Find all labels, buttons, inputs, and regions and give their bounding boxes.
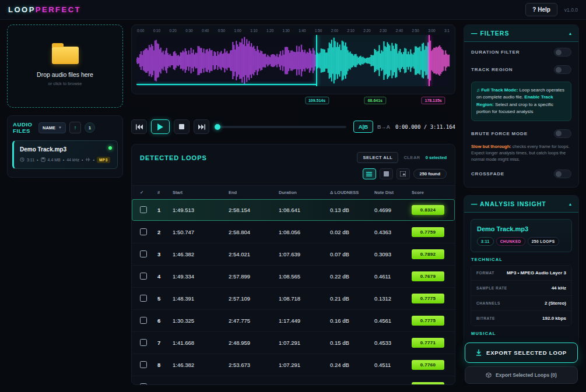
row-duration: 1:08.565 [279,273,330,280]
column-header[interactable]: Start [173,190,229,195]
row-checkbox[interactable] [140,228,147,235]
row-end: 2:54.021 [229,251,279,257]
column-header[interactable]: Δ LOUDNESS [330,190,374,195]
clear-button[interactable]: CLEAR [403,155,420,160]
row-checkbox[interactable] [140,250,147,257]
crossfade-toggle[interactable] [554,169,571,178]
column-header[interactable]: Duration [279,190,330,195]
loop-row[interactable]: 31:46.3822:54.0211:07.6390.07 dB0.30930.… [132,243,455,266]
row-notedist: 0.3093 [374,251,412,257]
stop-button[interactable] [174,119,190,134]
duration-filter-toggle[interactable] [554,48,571,56]
loop-row[interactable]: 71:41.6682:48.9591:07.2910.15 dB0.45330.… [132,332,455,354]
column-header[interactable]: Score [412,190,447,195]
row-duration: 1:07.639 [279,251,330,257]
loop-row[interactable]: 11:49.5132:58.1541:08.6410.13 dB0.46990.… [132,199,455,221]
list-view-button[interactable] [363,168,376,179]
detected-loops-panel: DETECTED LOOPS SELECT ALL CLEAR 0 select… [131,144,455,385]
export-selected-loop-button[interactable]: EXPORT SELECTED LOOP [465,342,578,363]
ba-mode-toggle[interactable]: B→A [377,124,390,130]
loop-start-line[interactable] [316,35,317,86]
list-view-icon [366,172,372,176]
row-start: 1:30.325 [173,317,229,324]
ruler-tick-label: 0:40 [202,29,209,33]
row-checkbox[interactable] [140,295,147,302]
ruler-tick-label: 1:20 [266,29,273,33]
row-checkbox[interactable] [140,206,147,213]
row-number: 7 [157,340,173,346]
row-notedist: 0.4498 [374,384,412,384]
loop-row[interactable]: 81:46.3822:53.6731:07.2910.24 dB0.45110.… [132,354,455,376]
row-checkbox[interactable] [140,383,147,385]
file-size: 4.4 MB [48,158,61,162]
ruler-tick-label: 0:50 [218,29,225,33]
technical-row: BITRATE192.0 kbps [471,311,571,326]
row-loudness: 0.22 dB [330,273,374,280]
loop-row[interactable]: 61:30.3252:47.7751:17.4490.16 dB0.45610.… [132,310,455,332]
sort-select-value: NAME [43,125,55,130]
skip-forward-button[interactable] [194,119,209,134]
track-region-toggle[interactable] [554,65,571,74]
ruler-tick-label: 2:40 [396,29,403,33]
technical-key: FORMAT [476,271,494,275]
help-button[interactable]: ? Help [525,3,557,16]
row-checkbox[interactable] [140,317,147,324]
row-score-badge: 0.7775 [412,316,444,326]
export-selected-loops-button[interactable]: Export Selected Loops (0) [465,366,578,384]
collapse-caret-icon[interactable]: ▴ [569,202,571,207]
analysis-insight-header[interactable]: — ANALYSIS INSIGHT ▴ [464,196,578,213]
loops-tbody: 11:49.5132:58.1541:08.6410.13 dB0.46990.… [132,199,455,384]
insight-badge: 3:11 [477,237,494,246]
left-column: Drop audio files here or click to browse… [7,24,123,385]
play-button[interactable] [151,119,170,134]
loop-row[interactable]: 41:49.3342:57.8991:08.5650.22 dB0.46110.… [132,266,455,288]
time-display: 0:00.000 / 3:11.164 [395,124,455,130]
loop-row[interactable]: 21:50.7472:58.8041:08.0560.02 dB0.43630.… [132,221,455,243]
logo-part-1: LOOP [8,5,36,14]
loop-row[interactable]: 91:44.2152:51.5061:07.2910.18 dB0.44980.… [132,376,455,384]
file-dropzone[interactable]: Drop audio files here or click to browse [7,24,123,108]
dropzone-subtitle: or click to browse [48,81,82,86]
ruler-tick-label: 2:00 [331,29,338,33]
crossfade-label: CROSSFADE [471,171,504,176]
skip-back-button[interactable] [131,119,147,134]
package-icon [486,372,492,378]
compact-view-button[interactable] [396,168,410,179]
row-end: 2:58.804 [229,229,279,235]
row-checkbox[interactable] [140,339,147,346]
seek-slider-knob[interactable] [215,124,220,130]
row-duration: 1:07.291 [279,340,330,346]
brute-force-label: BRUTE FORCE MODE [471,131,528,136]
column-header[interactable]: # [157,190,173,195]
brute-force-toggle[interactable] [554,129,571,138]
loop-row[interactable]: 51:48.3912:57.1091:08.7180.21 dB0.13120.… [132,288,455,310]
seek-slider[interactable] [216,126,346,128]
ab-loop-button[interactable]: A|B [353,121,373,133]
compact-view-icon [400,171,406,176]
column-header[interactable]: End [229,190,279,195]
export-selected-loops-label: Export Selected Loops (0) [496,372,557,378]
grid-view-button[interactable] [380,168,393,179]
audio-files-panel: AUDIO FILES NAME ▼ ↑ 1 Demo Track.mp3 3:… [7,115,123,178]
collapse-caret-icon[interactable]: ▴ [569,31,571,36]
sort-select[interactable]: NAME ▼ [38,122,66,133]
row-loudness: 0.21 dB [330,295,374,302]
row-checkbox[interactable] [140,273,147,280]
file-duration: 3:11 [27,158,34,162]
filters-header[interactable]: — FILTERS ▴ [464,25,578,42]
waveform-display[interactable] [136,35,450,86]
row-start: 1:41.668 [173,340,229,346]
row-end: 2:58.154 [229,207,279,213]
loop-end-line[interactable] [429,35,430,86]
column-header[interactable]: ✓ [140,190,157,195]
analysis-insight-title: — ANALYSIS INSIGHT [471,200,546,207]
row-start: 1:48.391 [173,295,229,302]
download-icon [476,349,482,356]
file-list-item[interactable]: Demo Track.mp3 3:11• 4.4 MB• 44 kHz• • M… [12,140,118,169]
column-header[interactable]: Note Dist [374,190,412,195]
duration-filter-row: DURATION FILTER [464,42,578,59]
sort-direction-button[interactable]: ↑ [69,122,81,133]
stop-icon [179,124,184,129]
row-checkbox[interactable] [140,361,147,368]
select-all-button[interactable]: SELECT ALL [357,152,398,163]
